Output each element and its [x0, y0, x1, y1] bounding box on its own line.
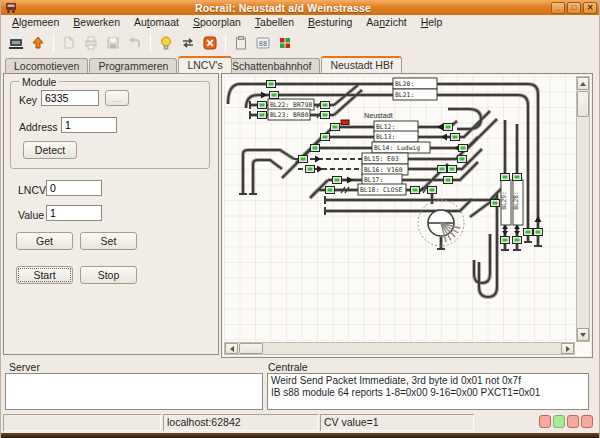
svg-text:BL28:: BL28: — [512, 191, 519, 210]
tab-programmeren[interactable]: Programmeren — [89, 58, 177, 73]
block-bl12[interactable]: BL12: — [374, 121, 418, 132]
sensor[interactable] — [321, 134, 330, 141]
lncv-label: LNCV — [18, 184, 46, 196]
server-label: Server — [9, 361, 40, 373]
sensor[interactable] — [331, 124, 340, 131]
scroll-up-button[interactable] — [577, 77, 589, 90]
connect-toolbar-button[interactable] — [27, 32, 49, 54]
tab-schattenbahnhof[interactable]: Schattenbahnhof — [223, 58, 320, 73]
sensor[interactable] — [444, 124, 453, 131]
sensor[interactable] — [321, 102, 330, 109]
block-bl29[interactable]: BL29: — [500, 180, 511, 225]
tab-lncvs[interactable]: LNCV's — [178, 56, 231, 73]
detect-button[interactable]: Detect — [23, 141, 77, 159]
save-toolbar-button[interactable] — [102, 32, 124, 54]
switch-panel-toolbar-button[interactable]: 88 — [252, 32, 274, 54]
sensor-grid-toolbar-button[interactable] — [274, 32, 296, 54]
svg-text:BL14: Ludwig: BL14: Ludwig — [374, 144, 420, 152]
sensor[interactable] — [524, 229, 533, 236]
value-input[interactable] — [46, 205, 102, 221]
menu-aanzicht[interactable]: Aanzicht — [359, 15, 413, 30]
sensor[interactable] — [267, 81, 276, 88]
block-bl18-close[interactable]: BL18: CLOSE — [358, 184, 406, 195]
scroll-left-button[interactable] — [225, 343, 238, 354]
scroll-down-button[interactable] — [577, 328, 589, 341]
tab-locomotieven[interactable]: Locomotieven — [5, 58, 88, 73]
menu-bewerken[interactable]: Bewerken — [66, 15, 127, 30]
server-log[interactable] — [5, 373, 263, 410]
undo-toolbar-button[interactable] — [124, 32, 146, 54]
print-toolbar-button[interactable] — [80, 32, 102, 54]
sensor[interactable] — [451, 134, 460, 141]
tab-neustadt-hbf[interactable]: Neustadt HBf — [321, 56, 401, 73]
scroll-down-icon — [580, 333, 586, 337]
menu-tabellen[interactable]: Tabellen — [248, 15, 301, 30]
vscroll-thumb[interactable] — [577, 91, 589, 117]
menu-spoorplan[interactable]: Spoorplan — [186, 15, 248, 30]
sensor[interactable] — [270, 92, 279, 99]
sensor[interactable] — [428, 187, 437, 194]
open-toolbar-button[interactable] — [58, 32, 80, 54]
power-icon — [158, 35, 174, 51]
block-bl15-e03[interactable]: BL15: E03 — [362, 153, 408, 164]
sensor[interactable] — [258, 112, 267, 119]
sensor[interactable] — [513, 237, 522, 244]
workstation-toolbar-button[interactable] — [5, 32, 27, 54]
block-bl23-br80[interactable]: BL23: BR80 — [268, 109, 310, 120]
trackplan-svg[interactable]: BL20:BL21:BL22: BR798BL23: BR80BL12:BL13… — [224, 76, 574, 344]
centrale-log[interactable]: Weird Send Packet Immediate, 3rd byte id… — [267, 373, 589, 410]
close-button[interactable]: ✕ — [583, 2, 597, 14]
sensor[interactable] — [444, 177, 453, 184]
scroll-right-button[interactable] — [561, 343, 574, 354]
sensor[interactable] — [411, 187, 420, 194]
menu-automaat[interactable]: Automaat — [127, 15, 186, 30]
block-bl21[interactable]: BL21: — [393, 89, 437, 100]
sensor[interactable] — [491, 200, 500, 207]
lncv-input[interactable] — [46, 180, 102, 196]
maximize-button[interactable]: □ — [567, 2, 581, 14]
stop-toolbar-button[interactable] — [199, 32, 221, 54]
refresh-toolbar-button[interactable] — [177, 32, 199, 54]
signal-red[interactable] — [341, 120, 349, 125]
minimize-button[interactable]: _ — [551, 2, 565, 14]
menu-help[interactable]: Help — [414, 15, 450, 30]
block-bl17[interactable]: BL17: — [362, 174, 402, 185]
sensor[interactable] — [333, 177, 342, 184]
clipboard-toolbar-button[interactable] — [230, 32, 252, 54]
address-input[interactable] — [61, 117, 117, 133]
sensor[interactable] — [459, 145, 468, 152]
block-bl28[interactable]: BL28: — [512, 180, 523, 225]
sensor[interactable] — [326, 187, 335, 194]
block-bl14-ludwig[interactable]: BL14: Ludwig — [372, 142, 430, 153]
hscroll-thumb[interactable] — [239, 343, 263, 354]
sensor[interactable] — [513, 174, 522, 181]
sensor[interactable] — [299, 156, 308, 163]
trackplan-canvas[interactable]: BL20:BL21:BL22: BR798BL23: BR80BL12:BL13… — [223, 75, 591, 356]
horizontal-scrollbar[interactable] — [224, 342, 575, 355]
start-button[interactable]: Start — [16, 266, 73, 284]
sensor[interactable] — [438, 166, 447, 173]
sensor[interactable] — [448, 166, 457, 173]
svg-text:BL20:: BL20: — [395, 80, 414, 88]
sensor[interactable] — [458, 156, 467, 163]
block-bl16-v160[interactable]: BL16: V160 — [362, 164, 408, 175]
block-bl20[interactable]: BL20: — [393, 78, 437, 89]
vertical-scrollbar[interactable] — [576, 76, 590, 342]
block-bl22-br798[interactable]: BL22: BR798 — [268, 99, 314, 110]
get-button[interactable]: Get — [16, 232, 73, 250]
sensor[interactable] — [258, 102, 267, 109]
sensor[interactable] — [501, 174, 510, 181]
menu-besturing[interactable]: Besturing — [301, 15, 359, 30]
menu-algemeen[interactable]: Algemeen — [5, 15, 66, 30]
set-button[interactable]: Set — [80, 232, 137, 250]
sensor[interactable] — [321, 112, 330, 119]
browse-button[interactable]: ... — [105, 90, 129, 106]
block-bl13[interactable]: BL13: — [374, 131, 418, 142]
power-toolbar-button[interactable] — [155, 32, 177, 54]
sensor[interactable] — [501, 237, 510, 244]
sensor[interactable] — [534, 229, 543, 236]
sensor[interactable] — [311, 145, 320, 152]
stop-button[interactable]: Stop — [80, 266, 137, 284]
sensor[interactable] — [306, 166, 315, 173]
key-input[interactable] — [41, 90, 99, 106]
